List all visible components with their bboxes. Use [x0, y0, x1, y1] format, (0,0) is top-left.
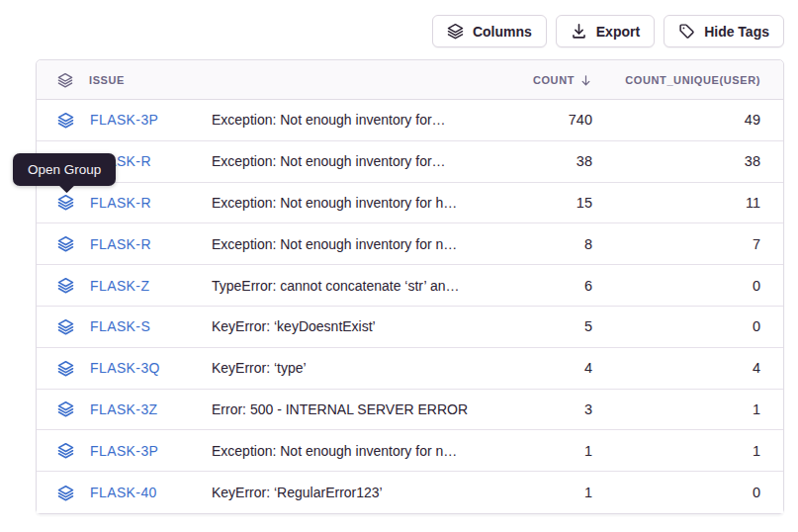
- issue-cell: FLASK-Z: [37, 277, 212, 294]
- count-value: 38: [513, 153, 592, 169]
- count-value: 740: [513, 112, 592, 128]
- issue-column-header[interactable]: ISSUE: [37, 72, 212, 88]
- count-unique-value: 1: [592, 401, 760, 417]
- download-icon: [571, 23, 587, 40]
- count-unique-value: 0: [592, 278, 760, 294]
- count-unique-value: 1: [592, 443, 760, 459]
- table-row: FLASK-3P Exception: Not enough inventory…: [37, 100, 783, 141]
- issue-message: KeyError: ‘RegularError123’: [212, 485, 513, 500]
- open-group-stack-icon[interactable]: [57, 400, 74, 417]
- issue-cell: FLASK-3P: [37, 442, 212, 459]
- issue-column-label: ISSUE: [89, 74, 125, 86]
- count-value: 5: [513, 318, 592, 334]
- issue-message: KeyError: ‘type’: [212, 360, 513, 376]
- issue-cell: FLASK-R: [37, 235, 212, 252]
- issue-message: Exception: Not enough inventory for n…: [212, 443, 513, 459]
- open-group-stack-icon[interactable]: [57, 360, 74, 377]
- count-unique-value: 38: [592, 153, 760, 169]
- issue-link[interactable]: FLASK-40: [90, 485, 157, 500]
- issue-cell: FLASK-3Q: [37, 360, 212, 377]
- hide-tags-button[interactable]: Hide Tags: [664, 15, 784, 47]
- issue-link[interactable]: FLASK-R: [90, 195, 151, 211]
- table-body: FLASK-3P Exception: Not enough inventory…: [37, 100, 783, 513]
- count-column-header[interactable]: COUNT: [533, 73, 592, 87]
- count-value: 1: [513, 485, 592, 500]
- results-table: ISSUE COUNT COUNT_UNIQUE(USER) FLASK-3P …: [36, 59, 784, 514]
- stack-icon: [447, 23, 464, 40]
- issue-message: Exception: Not enough inventory for…: [212, 153, 513, 169]
- open-group-stack-icon[interactable]: [57, 112, 74, 129]
- open-group-stack-icon[interactable]: [57, 318, 74, 335]
- issue-message: Exception: Not enough inventory for…: [212, 112, 513, 128]
- issue-message: Error: 500 - INTERNAL SERVER ERROR: [212, 401, 513, 417]
- count-unique-value: 0: [592, 485, 760, 500]
- open-group-tooltip: Open Group: [13, 153, 116, 186]
- table-row: FLASK-3Z Error: 500 - INTERNAL SERVER ER…: [37, 390, 783, 431]
- count-unique-value: 49: [592, 112, 760, 128]
- table-row: FLASK-Z TypeError: cannot concatenate ‘s…: [37, 265, 783, 307]
- count-unique-column-header[interactable]: COUNT_UNIQUE(USER): [625, 74, 760, 86]
- table-row: FLASK-3P Exception: Not enough inventory…: [37, 430, 783, 472]
- count-value: 4: [513, 360, 592, 376]
- count-value: 15: [513, 195, 592, 211]
- count-value: 6: [513, 278, 592, 294]
- count-value: 1: [513, 443, 592, 459]
- issue-cell: FLASK-40: [37, 485, 212, 501]
- table-row: FLASK-S KeyError: ‘keyDoesntExist’ 5 0: [37, 307, 783, 348]
- hide-tags-button-label: Hide Tags: [704, 24, 769, 40]
- table-row: FLASK-40 KeyError: ‘RegularError123’ 1 0: [37, 472, 783, 513]
- issue-message: Exception: Not enough inventory for n…: [212, 236, 513, 252]
- sort-descending-icon: [579, 73, 592, 87]
- count-unique-value: 7: [592, 236, 760, 252]
- issue-link[interactable]: FLASK-Z: [90, 278, 149, 294]
- export-button-label: Export: [596, 24, 640, 40]
- issue-link[interactable]: FLASK-3Z: [90, 401, 158, 417]
- open-group-tooltip-label: Open Group: [28, 162, 101, 177]
- open-group-stack-icon[interactable]: [57, 442, 74, 459]
- table-header-row: ISSUE COUNT COUNT_UNIQUE(USER): [37, 60, 783, 100]
- count-value: 8: [513, 236, 592, 252]
- open-group-stack-icon[interactable]: [57, 235, 74, 252]
- issue-link[interactable]: FLASK-3P: [90, 112, 158, 128]
- count-column-label: COUNT: [533, 74, 575, 86]
- open-group-stack-icon[interactable]: [57, 277, 74, 294]
- count-unique-value: 4: [592, 360, 760, 376]
- columns-button-label: Columns: [473, 24, 532, 40]
- stack-icon: [57, 72, 73, 88]
- table-row: FLASK-R Exception: Not enough inventory …: [37, 141, 783, 183]
- count-value: 3: [513, 401, 592, 417]
- issue-cell: FLASK-S: [37, 318, 212, 335]
- issue-link[interactable]: FLASK-3P: [90, 443, 158, 459]
- issue-cell: FLASK-3P: [37, 112, 212, 129]
- count-unique-column-label: COUNT_UNIQUE(USER): [625, 74, 760, 86]
- count-unique-value: 0: [592, 318, 760, 334]
- issue-link[interactable]: FLASK-3Q: [90, 360, 160, 376]
- tag-icon: [678, 23, 695, 40]
- table-row: FLASK-R Exception: Not enough inventory …: [37, 183, 783, 224]
- export-button[interactable]: Export: [556, 15, 655, 47]
- issue-cell: FLASK-3Z: [37, 400, 212, 417]
- issue-link[interactable]: FLASK-S: [90, 318, 150, 334]
- table-row: FLASK-3Q KeyError: ‘type’ 4 4: [37, 348, 783, 390]
- count-unique-value: 11: [592, 195, 760, 211]
- columns-button[interactable]: Columns: [432, 15, 547, 47]
- issue-cell: FLASK-R: [37, 194, 212, 211]
- issue-message: KeyError: ‘keyDoesntExist’: [212, 318, 513, 334]
- issue-message: Exception: Not enough inventory for h…: [212, 195, 513, 211]
- open-group-stack-icon[interactable]: [57, 194, 74, 211]
- issue-link[interactable]: FLASK-R: [90, 236, 151, 252]
- open-group-stack-icon[interactable]: [57, 485, 74, 501]
- toolbar: Columns Export Hide Tags: [432, 15, 784, 47]
- issue-message: TypeError: cannot concatenate ‘str’ an…: [212, 278, 513, 294]
- table-row: FLASK-R Exception: Not enough inventory …: [37, 223, 783, 265]
